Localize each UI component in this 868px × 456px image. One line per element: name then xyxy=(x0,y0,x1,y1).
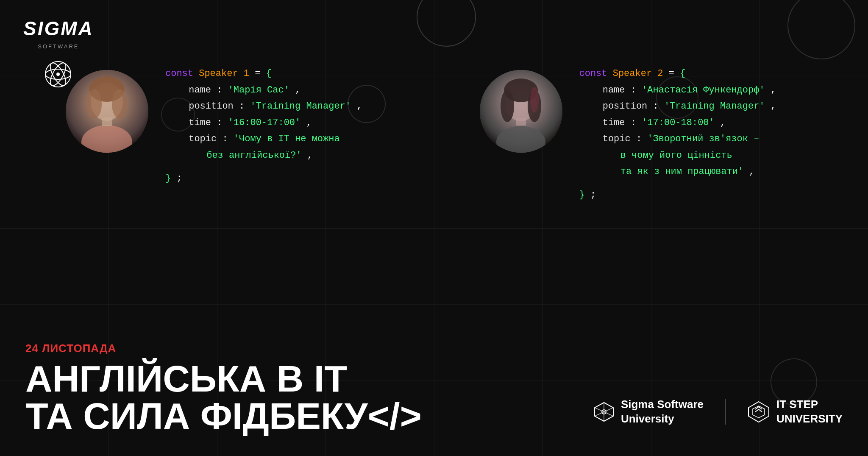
code-position-key-1: position xyxy=(189,101,234,112)
code-num-1: 1 xyxy=(244,68,249,79)
event-title-line1: АНГЛІЙСЬКА В IT xyxy=(25,360,593,397)
code-topic-val-2a: 'Зворотний зв'язок – xyxy=(647,134,759,144)
speaker-2-photo xyxy=(480,70,562,153)
speaker-2-code: const Speaker 2 = { name : 'Анастасія Фу… xyxy=(579,66,843,203)
event-info: 24 ЛИСТОПАДА АНГЛІЙСЬКА В IT ТА СИЛА ФІД… xyxy=(25,342,593,435)
svg-marker-21 xyxy=(748,402,769,422)
code-position-val-2: 'Training Manager' xyxy=(664,101,765,112)
itstep-sublabel: UNIVERSITY xyxy=(776,412,843,426)
code-topic-val-2c: та як з ним працювати' xyxy=(620,166,743,177)
page-content: SIGMa Software xyxy=(0,0,868,456)
event-title: АНГЛІЙСЬКА В IT ТА СИЛА ФІДБЕКУ</> xyxy=(25,360,593,435)
code-close-brace-2: } xyxy=(579,190,585,200)
svg-point-17 xyxy=(530,87,539,112)
speakers-area: const Speaker 1 = { name : 'Марія Сас' , xyxy=(66,66,843,203)
itstep-text: IT STEP UNIVERSITY xyxy=(776,397,843,426)
code-name-val-1: 'Марія Сас' xyxy=(228,85,289,95)
itstep-label: IT STEP xyxy=(776,397,843,412)
itstep-icon xyxy=(747,400,771,424)
speaker-1-photo xyxy=(66,70,148,153)
sigma-univ-sublabel: University xyxy=(621,412,704,426)
code-time-key-2: time xyxy=(603,117,625,128)
code-topic-val-2b: в чому його цінність xyxy=(620,150,732,161)
event-title-line2: ТА СИЛА ФІДБЕКУ</> xyxy=(25,397,593,435)
speaker-2-card: const Speaker 2 = { name : 'Анастасія Фу… xyxy=(480,66,843,203)
code-name-key-1: name xyxy=(189,85,211,95)
sigma-univ-label: Sigma Software xyxy=(621,397,704,412)
sigma-text: SIGMa xyxy=(23,17,94,40)
code-name-val-2: 'Анастасія Функендорф' xyxy=(642,85,765,95)
svg-rect-19 xyxy=(516,118,526,126)
code-topic-val-1b: без англійської?' xyxy=(206,150,301,161)
sigma-univ-icon xyxy=(593,401,615,423)
code-topic-key-1: topic xyxy=(189,134,217,144)
itstep-university-logo: IT STEP UNIVERSITY xyxy=(747,397,843,426)
svg-marker-22 xyxy=(753,406,765,418)
svg-point-4 xyxy=(56,73,60,76)
speaker-1-card: const Speaker 1 = { name : 'Марія Сас' , xyxy=(66,66,429,203)
code-name-key-2: name xyxy=(603,85,625,95)
code-close-brace-1: } xyxy=(165,173,171,184)
code-position-val-1: 'Training Manager' xyxy=(250,101,351,112)
svg-point-8 xyxy=(86,89,102,119)
code-num-2: 2 xyxy=(657,68,663,79)
code-position-key-2: position xyxy=(603,101,648,112)
code-topic-key-2: topic xyxy=(603,134,631,144)
event-date: 24 ЛИСТОПАДА xyxy=(25,342,593,355)
code-time-val-1: '16:00-17:00' xyxy=(228,117,301,128)
code-open-brace-2: { xyxy=(680,68,685,79)
code-varname-2: Speaker xyxy=(613,68,652,79)
code-keyword-1: const xyxy=(165,68,193,79)
svg-point-15 xyxy=(501,90,514,122)
code-time-key-1: time xyxy=(189,117,211,128)
code-varname-1: Speaker xyxy=(199,68,238,79)
sigma-univ-text: Sigma Software University xyxy=(621,397,704,426)
code-keyword-2: const xyxy=(579,68,607,79)
sigma-software-university-logo: Sigma Software University xyxy=(593,397,704,426)
bottom-section: 24 ЛИСТОПАДА АНГЛІЙСЬКА В IT ТА СИЛА ФІД… xyxy=(0,325,868,456)
svg-point-9 xyxy=(112,89,127,119)
code-topic-val-1a: 'Чому в IT не можна xyxy=(234,134,340,144)
logos-area: Sigma Software University IT STEP xyxy=(593,397,843,435)
svg-rect-11 xyxy=(102,117,112,126)
sigma-subtext: Software xyxy=(38,43,79,50)
logo-divider xyxy=(725,399,726,425)
code-time-val-2: '17:00-18:00' xyxy=(642,117,715,128)
code-open-brace-1: { xyxy=(266,68,272,79)
speaker-1-code: const Speaker 1 = { name : 'Марія Сас' , xyxy=(165,66,429,187)
